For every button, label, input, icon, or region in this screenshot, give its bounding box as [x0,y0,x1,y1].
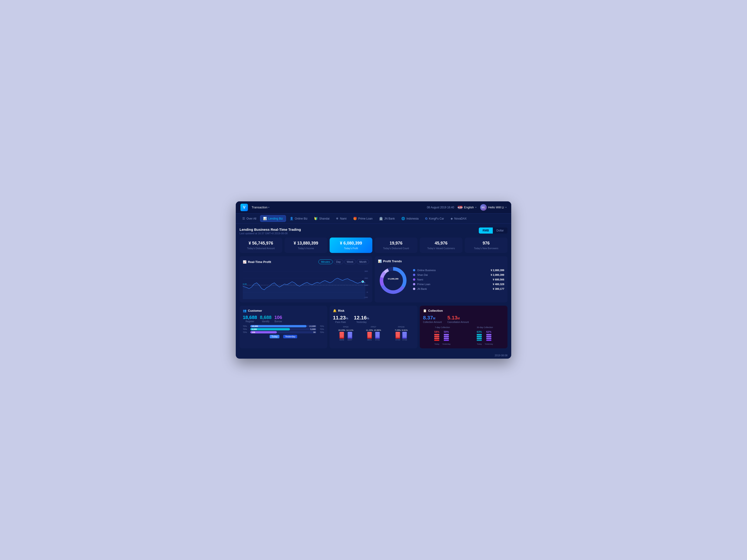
today-badge: Today [269,335,280,338]
register-label: Register [243,320,257,323]
fpd7-bar2: 10.86% 07/31 [374,329,381,341]
30day-today-label: Today [477,343,482,345]
shandai-icon: 🔰 [314,217,318,220]
7day-yesterday-label: Yesterday [442,343,450,345]
borrow-label: Borrow [274,320,282,323]
fpd7-bars: 11.23% 08/01 10.86% [361,329,387,341]
trends-icon: 📊 [378,260,382,263]
footer-timestamp: 2019 08:08 [495,354,508,357]
svg-text:200: 200 [364,277,368,279]
customer-stats: 18,688 Register 8,688 Identify 106 Borro… [243,315,324,323]
user-chevron-icon: ▾ [506,206,507,209]
rmb-button[interactable]: RMB [479,228,493,234]
cust-borrow: 106 Borrow [274,315,282,323]
borrow-today-suffix: 98 [313,331,316,334]
over-all-icon: ☰ [242,217,245,220]
register-bar-right-label: 70% [317,325,324,327]
risk-pass-rate-value: 11.23% [333,315,348,321]
filter-month[interactable]: Month [357,260,369,264]
fpd7-date1: 08/01 [367,339,372,341]
identify-bar-right-label: 70% [317,328,324,330]
stat-label-disbursed: Today's Disbursed Amount [242,247,279,250]
legend-list: Online Business ¥ 2,080,399 Shan Dai ¥ 2… [413,269,504,292]
jn-bank-icon: 🏦 [379,217,383,220]
tab-jn-bank[interactable]: 🏦 JN Bank [376,215,397,222]
main-content: Lending Business Real-Time Trading Last … [236,224,511,352]
filter-minutes[interactable]: Minutes [318,260,333,264]
tab-over-all[interactable]: ☰ Over All [239,215,259,222]
profit-trends-title: 📊 Profit Trends [378,260,402,263]
tab-prime-loan[interactable]: 🎁 Prime Loan [351,215,376,222]
tab-shandai[interactable]: 🔰 Shandai [311,215,332,222]
7day-bars: 58% Today 59% [423,330,462,345]
chevron-down-icon: ▾ [268,206,269,209]
register-today-track: 18,680 13,688 [250,325,316,327]
dollar-button[interactable]: Dollar [493,228,508,234]
risk-card: 🔔 Risk 11.23% Pass Rate 12.16% Yesterday [330,306,417,348]
risk-pass-rate: 11.23% Pass Rate [333,315,348,323]
stat-value-customers: 45,976 [422,241,460,246]
legend-shan-dai: Shan Dai ¥ 2,080,399 [413,273,504,276]
tab-online-biz[interactable]: 👤 Online Biz [287,215,310,222]
online-biz-icon: 👤 [290,217,293,220]
footer: 2019 08:08 [236,352,511,358]
tab-indonesia-label: Indonesia [406,217,418,220]
tab-novadax[interactable]: ◈ NovaDAX [448,215,469,222]
fpd30-pct1: 7.23% [395,329,401,331]
realtime-profit-card: 📈 Real-Time Profit Minutes Day Week Mont… [239,256,372,302]
stat-label-count: Today's Disbursed Count [378,247,415,250]
stat-label-customers: Today's Valued Customers [422,247,460,250]
filter-day[interactable]: Day [334,260,343,264]
legend-prime-loan: Prime Loan ¥ 480,328 [413,283,504,286]
collection-amount-stat: 8.37M Collection Amount [423,315,442,323]
7day-today-label: Today [434,343,439,345]
30day-collection: 30-day Collection 63% Today [465,326,504,345]
customer-title: 👥 Customer [243,309,324,313]
fpd7-date2: 07/31 [375,339,380,341]
nav-tabs: ☰ Over All 📊 Lending Biz 👤 Online Biz 🔰 … [236,213,511,224]
legend-dot-jnbank [413,288,415,290]
stat-profit: ¥ 6,080,399 Today's Profit [330,238,372,253]
fpd-row: FPD0 18.23% 08/08 [333,326,414,342]
donut-svg: ¥ 6,080,399 [378,265,408,296]
fpd0-col: FPD0 18.23% 08/08 [333,326,359,342]
fpd0-bar1: 18.23% 08/08 [338,329,345,341]
identify-today-track: 8,680 5,688 [250,328,316,330]
prime-loan-icon: 🎁 [353,217,357,220]
register-bar-row: 70% 18,680 13,688 70% [243,325,324,327]
svg-point-10 [362,281,364,283]
section-info: Lending Business Real-Time Trading Last … [239,228,301,235]
cancellation-label: Cancellation Amount [447,321,469,323]
customer-icon: 👥 [243,309,247,313]
tab-online-biz-label: Online Biz [295,217,308,220]
tab-kongfu-car[interactable]: G KongFu Car [422,215,447,222]
collection-amount-label: Collection Amount [423,321,442,323]
language-selector[interactable]: 🇺🇸 English ▾ [458,206,476,209]
tab-nami-label: Nami [340,217,346,220]
tab-nami[interactable]: ❄ Nami [333,215,349,222]
svg-text:¥ 85: ¥ 85 [243,283,247,285]
donut-area: ¥ 6,080,399 Online Business ¥ 2,080,399 [378,265,504,296]
7day-collection: 7-day Collection 58% Today [423,326,462,345]
7day-yesterday-pct: 59% [442,330,450,333]
stat-valued-customers: 45,976 Today's Valued Customers [420,238,462,253]
header-datetime: 08 August 2019 16:40 [427,206,454,209]
user-menu[interactable]: WL Hello Will Li ▾ [480,204,507,211]
tab-indonesia[interactable]: 🌐 Indonesia [398,215,421,222]
tab-lending-biz[interactable]: 📊 Lending Biz [260,215,286,222]
fpd0-pct1: 18.23% [338,329,345,331]
tab-lending-biz-label: Lending Biz [268,217,283,220]
transaction-button[interactable]: Transaction ▾ [252,206,269,209]
identify-today-suffix: 5,688 [310,328,316,330]
stat-value-count: 19,976 [378,241,415,246]
indonesia-icon: 🌐 [401,217,405,220]
register-today-fill: 18,680 [250,325,307,327]
tab-prime-loan-label: Prime Loan [358,217,372,220]
30day-yesterday: 62% Yesterday [485,330,493,345]
filter-week[interactable]: Week [344,260,356,264]
borrow-bar-right-label: 70% [317,331,324,334]
legend-dot-online [413,269,415,271]
fpd0-date2: 08/07 [347,339,352,341]
customer-card: 👥 Customer 18,688 Register 8,688 Identif… [239,306,327,348]
bottom-row: 👥 Customer 18,688 Register 8,688 Identif… [239,306,508,348]
